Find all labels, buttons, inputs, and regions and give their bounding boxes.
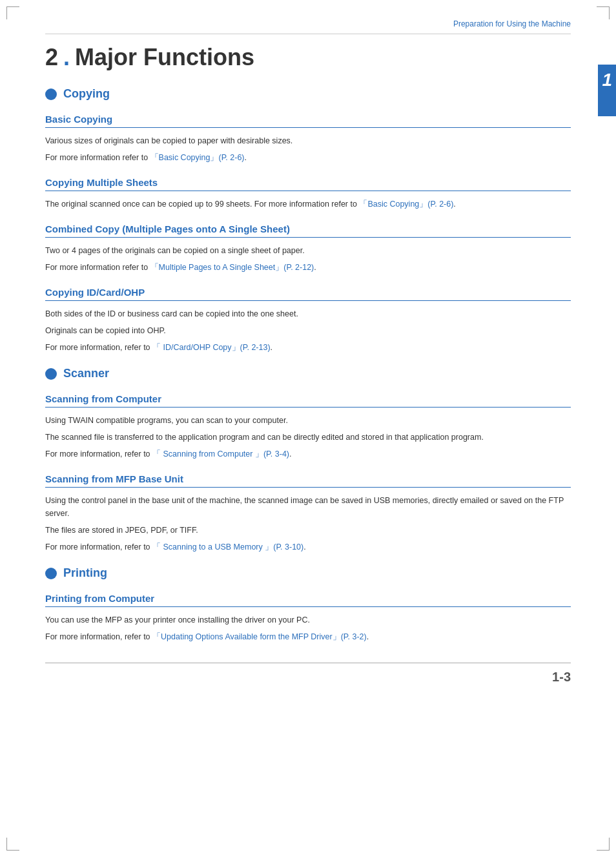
copying-multiple-sheets-text: The original scanned once can be copied … xyxy=(45,198,571,211)
subsection-scanning-from-computer: Scanning from Computer Using TWAIN compa… xyxy=(45,393,571,460)
section-copying: Copying Basic Copying Various sizes of o… xyxy=(45,87,571,354)
subsection-basic-copying: Basic Copying Various sizes of originals… xyxy=(45,114,571,164)
section-title-scanner: Scanner xyxy=(63,367,109,380)
scanning-from-mfp-text-2: The files are stored in JPEG, PDF, or TI… xyxy=(45,524,571,537)
section-title-printing: Printing xyxy=(63,566,107,580)
scanning-from-computer-text-2: The scanned file is transferred to the a… xyxy=(45,431,571,444)
subsection-scanning-from-mfp-base-unit: Scanning from MFP Base Unit Using the co… xyxy=(45,473,571,553)
chapter-dot: . xyxy=(63,44,70,71)
subsection-combined-copy: Combined Copy (Multiple Pages onto A Sin… xyxy=(45,223,571,274)
corner-mark-bottom-right xyxy=(597,838,610,851)
section-circle-printing xyxy=(45,568,57,579)
section-title-copying: Copying xyxy=(63,87,110,101)
subsection-title-combined-copy: Combined Copy (Multiple Pages onto A Sin… xyxy=(45,223,571,238)
bottom-divider xyxy=(45,663,571,663)
copying-id-card-ohp-text-3: For more information, refer to 「 ID/Card… xyxy=(45,341,571,354)
subsection-copying-id-card-ohp: Copying ID/Card/OHP Both sides of the ID… xyxy=(45,287,571,354)
copying-id-card-ohp-link[interactable]: 「 ID/Card/OHP Copy」(P. 2-13) xyxy=(152,343,271,352)
header-title: Preparation for Using the Machine xyxy=(453,19,571,28)
subsection-title-copying-multiple-sheets: Copying Multiple Sheets xyxy=(45,177,571,191)
section-scanner: Scanner Scanning from Computer Using TWA… xyxy=(45,367,571,553)
subsection-title-scanning-from-computer: Scanning from Computer xyxy=(45,393,571,408)
copying-id-card-ohp-text-1: Both sides of the ID or business card ca… xyxy=(45,307,571,320)
basic-copying-text-1: Various sizes of originals can be copied… xyxy=(45,134,571,147)
subsection-title-copying-id-card-ohp: Copying ID/Card/OHP xyxy=(45,287,571,301)
chapter-number: 2 xyxy=(45,44,58,71)
section-header-scanner: Scanner xyxy=(45,367,571,380)
subsection-title-scanning-from-mfp-base-unit: Scanning from MFP Base Unit xyxy=(45,473,571,488)
scanning-from-computer-text-1: Using TWAIN compatible programs, you can… xyxy=(45,414,571,427)
subsection-printing-from-computer: Printing from Computer You can use the M… xyxy=(45,593,571,643)
copying-id-card-ohp-text-2: Originals can be copied into OHP. xyxy=(45,324,571,337)
subsection-title-basic-copying: Basic Copying xyxy=(45,114,571,128)
scanning-from-computer-link[interactable]: 「 Scanning from Computer 」(P. 3-4) xyxy=(152,449,289,459)
basic-copying-link[interactable]: 「Basic Copying」(P. 2-6) xyxy=(150,153,245,162)
corner-mark-bottom-left xyxy=(6,838,19,851)
copying-multiple-sheets-link[interactable]: 「Basic Copying」(P. 2-6) xyxy=(359,200,453,209)
corner-mark-top-right xyxy=(597,6,610,19)
corner-mark-top-left xyxy=(6,6,19,19)
combined-copy-text-2: For more information refer to 「Multiple … xyxy=(45,261,571,274)
printing-from-computer-link[interactable]: 「Updating Options Available form the MFP… xyxy=(152,632,367,641)
scanning-from-mfp-link[interactable]: 「 Scanning to a USB Memory 」(P. 3-10) xyxy=(152,542,303,552)
chapter-heading: 2 . Major Functions xyxy=(45,44,571,71)
scanning-from-mfp-text-3: For more information, refer to 「 Scannin… xyxy=(45,541,571,553)
chapter-title: Major Functions xyxy=(75,44,254,71)
scanning-from-mfp-text-1: Using the control panel in the base unit… xyxy=(45,494,571,520)
printing-from-computer-text-2: For more information, refer to 「Updating… xyxy=(45,630,571,643)
section-header-printing: Printing xyxy=(45,566,571,580)
section-printing: Printing Printing from Computer You can … xyxy=(45,566,571,643)
section-header-copying: Copying xyxy=(45,87,571,101)
subsection-title-printing-from-computer: Printing from Computer xyxy=(45,593,571,607)
scanning-from-computer-text-3: For more information, refer to 「 Scannin… xyxy=(45,448,571,460)
section-circle-copying xyxy=(45,88,57,100)
side-tab-number: 1 xyxy=(602,70,612,90)
combined-copy-text-1: Two or 4 pages of the originals can be c… xyxy=(45,244,571,257)
section-circle-scanner xyxy=(45,368,57,380)
page-container: 1 Preparation for Using the Machine 2 . … xyxy=(0,0,616,857)
subsection-copying-multiple-sheets: Copying Multiple Sheets The original sca… xyxy=(45,177,571,211)
page-header: Preparation for Using the Machine xyxy=(45,19,571,34)
page-number: 1-3 xyxy=(552,670,571,685)
basic-copying-text-2: For more information refer to 「Basic Cop… xyxy=(45,151,571,164)
printing-from-computer-text-1: You can use the MFP as your printer once… xyxy=(45,614,571,626)
combined-copy-link[interactable]: 「Multiple Pages to A Single Sheet」(P. 2-… xyxy=(150,263,314,272)
page-number-container: 1-3 xyxy=(45,670,571,685)
